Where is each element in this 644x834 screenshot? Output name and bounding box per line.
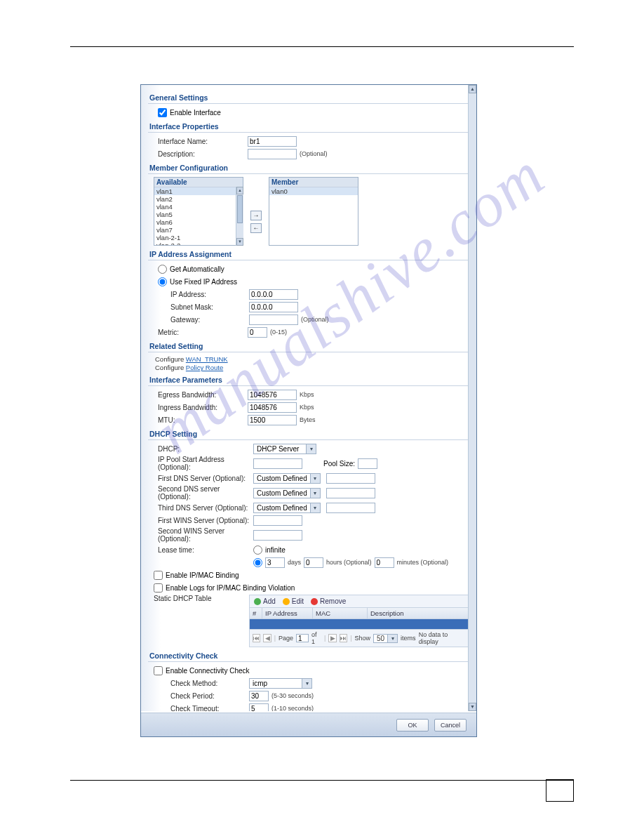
scroll-down-icon[interactable]: ▼: [236, 238, 243, 246]
ingress-input[interactable]: [248, 402, 297, 413]
dns2-input[interactable]: [326, 488, 375, 498]
scroll-down-icon[interactable]: ▼: [469, 703, 476, 711]
add-icon: [254, 598, 261, 605]
table-toolbar: Add Edit Remove: [249, 595, 469, 607]
dns2-select[interactable]: Custom Defined▾: [253, 488, 321, 498]
cancel-button[interactable]: Cancel: [434, 719, 467, 732]
listbox-scrollbar[interactable]: ▲ ▼: [236, 187, 243, 246]
hours-label: hours (Optional): [326, 559, 372, 566]
available-listbox[interactable]: Available vlan1 vlan2 vlan4 vlan5 vlan6 …: [154, 177, 243, 246]
scroll-up-icon[interactable]: ▲: [236, 187, 243, 194]
days-input[interactable]: [265, 557, 285, 568]
description-input[interactable]: [248, 149, 297, 159]
get-auto-label: Get Automatically: [170, 265, 224, 273]
mtu-label: MTU:: [158, 416, 248, 424]
egress-input[interactable]: [248, 390, 297, 400]
remove-button[interactable]: Remove: [311, 597, 346, 605]
chevron-down-icon[interactable]: ▾: [310, 474, 320, 483]
period-input[interactable]: [249, 691, 269, 701]
enable-interface-label: Enable Interface: [170, 109, 221, 117]
col-mac[interactable]: MAC: [313, 608, 368, 618]
top-rule: [70, 46, 574, 47]
chevron-down-icon[interactable]: ▾: [306, 444, 316, 454]
enable-conn-label: Enable Connectivity Check: [166, 667, 250, 675]
timeout-input[interactable]: [249, 703, 269, 712]
minutes-input[interactable]: [375, 557, 394, 568]
member-listbox[interactable]: Member vlan0: [269, 177, 358, 246]
dhcp-label: DHCP:: [158, 445, 253, 453]
config-dialog: General Settings Enable Interface Interf…: [140, 84, 477, 737]
enable-interface-checkbox[interactable]: [158, 108, 167, 117]
section-member: Member Configuration: [149, 164, 469, 172]
wan-trunk-link[interactable]: WAN_TRUNK: [186, 355, 228, 363]
wins1-input[interactable]: [253, 515, 302, 526]
chevron-down-icon[interactable]: ▾: [310, 503, 320, 512]
section-general: General Settings: [149, 93, 469, 102]
last-page-icon[interactable]: ⏭: [340, 634, 347, 642]
lease-infinite-radio[interactable]: [253, 545, 262, 555]
configure-label: Configure: [155, 364, 186, 371]
col-num[interactable]: #: [250, 608, 262, 618]
enable-binding-checkbox[interactable]: [154, 571, 163, 580]
ip-input[interactable]: [249, 289, 298, 300]
mask-input[interactable]: [249, 302, 298, 312]
bytes-label: Bytes: [300, 416, 316, 423]
list-item[interactable]: vlan2: [154, 195, 243, 203]
dns3-select[interactable]: Custom Defined▾: [253, 503, 321, 513]
kbps-label: Kbps: [300, 391, 314, 398]
show-select[interactable]: 50▾: [373, 634, 398, 643]
chevron-down-icon[interactable]: ▾: [310, 489, 320, 498]
list-item[interactable]: vlan5: [154, 211, 243, 218]
edit-button[interactable]: Edit: [283, 597, 304, 605]
dhcp-select[interactable]: DHCP Server▾: [253, 444, 316, 454]
ok-button[interactable]: OK: [396, 719, 429, 732]
policy-route-link[interactable]: Policy Route: [186, 364, 223, 371]
chevron-down-icon[interactable]: ▾: [387, 635, 397, 642]
divider: [148, 173, 469, 174]
member-head: Member: [269, 178, 358, 187]
first-page-icon[interactable]: ⏮: [253, 634, 260, 642]
dns1-input[interactable]: [326, 473, 375, 484]
chevron-down-icon[interactable]: ▾: [302, 679, 311, 688]
section-iface-params: Interface Parameters: [149, 376, 469, 384]
dns3-input[interactable]: [326, 503, 375, 513]
pool-size-input[interactable]: [358, 458, 377, 469]
dns1-select[interactable]: Custom Defined▾: [253, 473, 321, 484]
lease-custom-radio[interactable]: [253, 558, 262, 567]
table-row[interactable]: [250, 619, 469, 629]
method-select[interactable]: icmp▾: [249, 678, 312, 689]
list-item[interactable]: vlan-2-1: [154, 234, 243, 241]
add-button[interactable]: Add: [254, 597, 276, 605]
next-page-icon[interactable]: ▶: [328, 634, 336, 642]
description-label: Description:: [158, 150, 248, 158]
wins2-input[interactable]: [253, 530, 302, 541]
enable-logs-label: Enable Logs for IP/MAC Binding Violation: [166, 584, 295, 592]
list-item[interactable]: vlan-2-2: [154, 241, 243, 246]
prev-page-icon[interactable]: ◀: [263, 634, 271, 642]
page-input[interactable]: [296, 634, 309, 642]
move-left-button[interactable]: ←: [250, 223, 262, 233]
scroll-thumb[interactable]: [237, 195, 243, 223]
pool-start-input[interactable]: [253, 458, 302, 469]
list-item[interactable]: vlan4: [154, 203, 243, 211]
dialog-scrollbar[interactable]: ▲ ▼: [468, 85, 476, 711]
iface-name-input[interactable]: [248, 136, 297, 147]
divider: [148, 132, 469, 133]
hours-input[interactable]: [304, 557, 323, 568]
gw-input[interactable]: [249, 315, 298, 325]
use-fixed-radio[interactable]: [158, 277, 167, 286]
col-ip[interactable]: IP Address: [262, 608, 313, 618]
list-item[interactable]: vlan0: [269, 187, 358, 195]
list-item[interactable]: vlan1: [154, 187, 243, 195]
move-right-button[interactable]: →: [250, 211, 262, 220]
section-iface-props: Interface Properties: [149, 122, 469, 131]
list-item[interactable]: vlan6: [154, 218, 243, 226]
enable-conn-checkbox[interactable]: [154, 666, 163, 675]
enable-logs-checkbox[interactable]: [154, 583, 163, 593]
scroll-up-icon[interactable]: ▲: [469, 85, 476, 93]
mtu-input[interactable]: [248, 415, 297, 425]
metric-input[interactable]: [248, 327, 267, 338]
list-item[interactable]: vlan7: [154, 226, 243, 234]
get-auto-radio[interactable]: [158, 265, 167, 274]
col-desc[interactable]: Description: [368, 608, 469, 618]
